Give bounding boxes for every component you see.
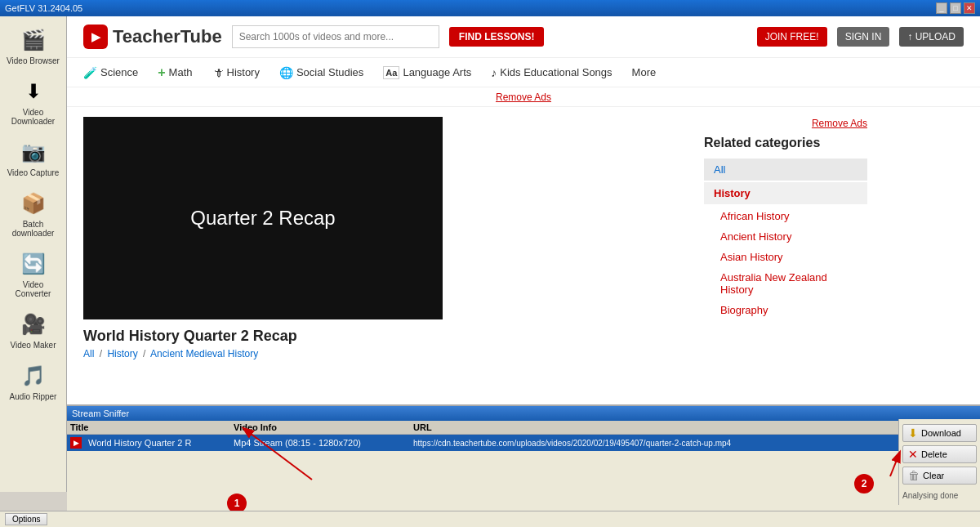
col-info-header: Video Info [234,422,413,432]
nav-social-studies[interactable]: 🌐 Social Studies [279,66,363,79]
sidebar-item-video-browser[interactable]: 🎬 Video Browser [4,20,63,69]
sidebar-label-video-downloader: Video Downloader [7,108,60,126]
download-button[interactable]: ⬇ Download [902,424,977,442]
category-australia-history[interactable]: Australia New Zealand History [704,267,867,300]
annotation-2: 2 [854,474,874,494]
video-section: Quarter 2 Recap World History Quarter 2 … [83,117,688,360]
nav-more[interactable]: More [632,66,657,78]
science-icon: 🧪 [83,66,97,79]
batch-downloader-icon: 📦 [17,187,50,220]
nav-math[interactable]: + Math [158,65,192,80]
main-content-area: ▶ TeacherTube FIND LESSONS! JOIN FREE! S… [67,16,980,404]
title-bar: GetFLV 31.2404.05 _ □ ✕ [0,0,980,16]
sidebar-item-video-capture[interactable]: 📷 Video Capture [4,132,63,181]
sidebar-label-video-maker: Video Maker [11,341,56,350]
site-logo[interactable]: ▶ TeacherTube [83,25,222,49]
sidebar-item-video-converter[interactable]: 🔄 Video Converter [4,243,63,302]
clear-icon: 🗑 [908,469,920,482]
category-ancient-history[interactable]: Ancient History [704,226,867,247]
sidebar-label-batch-downloader: Batch downloader [7,220,60,238]
row-url: https://cdn.teachertube.com/uploads/vide… [413,439,977,448]
row-title: World History Quarter 2 R [88,438,191,448]
upload-button[interactable]: ↑ UPLOAD [899,27,964,47]
row-info: Mp4 Stream (08:15 - 1280x720) [234,438,413,448]
nav-kids-songs[interactable]: ♪ Kids Educational Songs [491,66,612,79]
remove-ads-link[interactable]: Remove Ads [496,92,551,103]
breadcrumb-ancient[interactable]: Ancient Medieval History [150,348,258,360]
nav-science[interactable]: 🧪 Science [83,66,138,79]
col-url-header: URL [413,422,977,432]
join-free-button[interactable]: JOIN FREE! [757,27,827,47]
status-bar: Options [0,511,980,527]
table-header: Title Video Info URL [67,421,980,435]
audio-ripper-icon: 🎵 [17,360,50,392]
breadcrumb: All / History / Ancient Medieval History [83,348,688,360]
video-browser-icon: 🎬 [17,24,50,56]
sidebar-label-video-capture: Video Capture [7,168,60,177]
language-arts-icon: Aa [383,66,399,79]
site-nav: 🧪 Science + Math 🗡 History 🌐 Social Stud… [67,58,980,87]
logo-text: TeacherTube [113,26,222,47]
breadcrumb-history[interactable]: History [107,348,137,360]
category-african-history[interactable]: African History [704,206,867,226]
find-lessons-button[interactable]: FIND LESSONS! [449,27,545,47]
row-icon: ▶ [70,437,82,449]
kids-songs-icon: ♪ [491,66,497,79]
table-row[interactable]: ▶ World History Quarter 2 R Mp4 Stream (… [67,435,980,451]
video-player[interactable]: Quarter 2 Recap [83,117,443,319]
sidebar-label-video-converter: Video Converter [7,280,60,298]
math-icon: + [158,65,165,80]
nav-language-arts[interactable]: Aa Language Arts [383,66,471,79]
options-status-button[interactable]: Options [5,513,47,525]
history-icon: 🗡 [212,66,224,79]
delete-label: Delete [921,449,947,459]
sidebar-label-video-browser: Video Browser [7,56,60,65]
panel-title: Stream Sniffer [67,406,980,421]
video-converter-icon: 🔄 [17,248,50,280]
category-biography[interactable]: Biography [704,300,867,320]
app-title: GetFLV 31.2404.05 [5,3,82,13]
clear-label: Clear [923,471,944,480]
app-sidebar: 🎬 Video Browser ⬇ Video Downloader 📷 Vid… [0,16,67,492]
nav-history[interactable]: 🗡 History [212,66,260,79]
close-button[interactable]: ✕ [964,2,975,14]
breadcrumb-all[interactable]: All [83,348,94,360]
remove-ads-sidebar-link[interactable]: Remove Ads [812,118,867,129]
category-all[interactable]: All [704,159,867,181]
logo-icon: ▶ [83,25,108,49]
status-text: Analysing done [902,491,977,500]
video-maker-icon: 🎥 [17,308,50,341]
category-asian-history[interactable]: Asian History [704,247,867,267]
category-history[interactable]: History [704,182,867,204]
stream-sniffer-panel: Stream Sniffer Title Video Info URL ▶ Wo… [67,404,980,527]
search-input[interactable] [232,25,439,48]
video-main-title: World History Quarter 2 Recap [83,328,688,345]
maximize-button[interactable]: □ [950,2,961,14]
video-capture-sidebar-icon: 📷 [17,136,50,168]
sidebar-label-audio-ripper: Audio Ripper [10,392,57,401]
annotation-circle-2: 2 [854,474,874,494]
related-categories-title: Related categories [704,136,867,150]
remove-ads-sidebar: Remove Ads [704,117,867,129]
social-studies-icon: 🌐 [279,66,293,79]
sidebar-item-audio-ripper[interactable]: 🎵 Audio Ripper [4,355,63,405]
minimize-button[interactable]: _ [936,2,947,14]
download-label: Download [921,428,961,438]
ads-bar: Remove Ads [67,87,980,107]
site-header: ▶ TeacherTube FIND LESSONS! JOIN FREE! S… [67,16,980,58]
categories-section: Remove Ads Related categories All Histor… [704,117,867,360]
sidebar-item-batch-downloader[interactable]: 📦 Batch downloader [4,183,63,242]
col-title-header: Title [70,422,234,432]
sidebar-item-video-downloader[interactable]: ⬇ Video Downloader [4,71,63,130]
video-title-overlay: Quarter 2 Recap [190,207,335,230]
action-buttons-panel: ⬇ Download ✕ Delete 🗑 Clear Analysing do… [898,419,980,505]
delete-button[interactable]: ✕ Delete [902,445,977,463]
video-downloader-icon: ⬇ [17,75,50,108]
clear-button[interactable]: 🗑 Clear [902,467,977,485]
sign-in-button[interactable]: SIGN IN [837,27,890,47]
content-layout: Quarter 2 Recap World History Quarter 2 … [67,107,980,369]
delete-icon: ✕ [908,448,918,461]
download-icon: ⬇ [908,427,918,440]
sidebar-item-video-maker[interactable]: 🎥 Video Maker [4,304,63,354]
